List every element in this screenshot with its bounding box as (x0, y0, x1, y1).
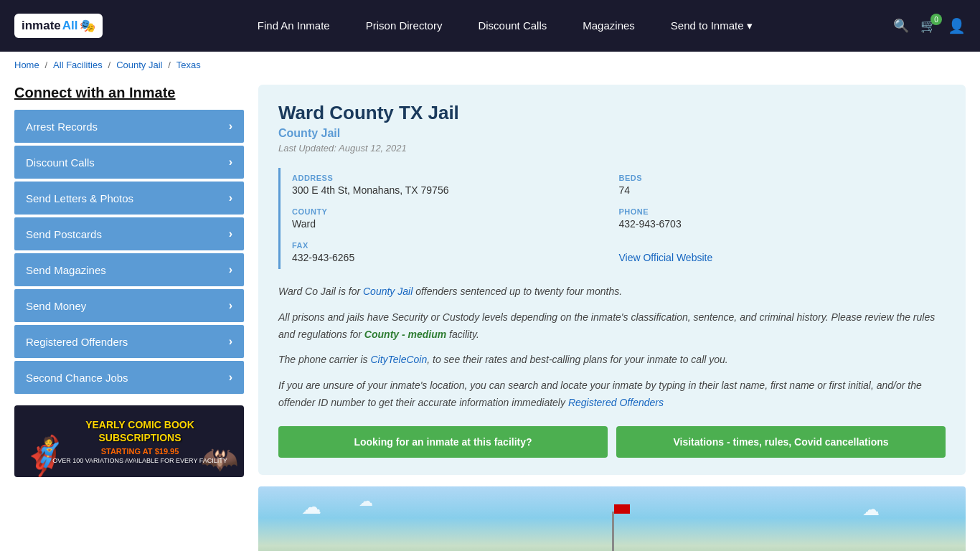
fax-label: FAX (292, 241, 608, 250)
desc-para-2: All prisons and jails have Security or C… (278, 309, 946, 344)
address-value: 300 E 4th St, Monahans, TX 79756 (292, 184, 608, 196)
phone-label: PHONE (619, 207, 935, 216)
desc-para-3: The phone carrier is CityTeleCoin, to se… (278, 352, 946, 369)
nav-links: Find An Inmate Prison Directory Discount… (124, 19, 886, 32)
sidebar-item-send-money[interactable]: Send Money › (14, 289, 244, 322)
cloud-decoration-3: ☁ (862, 499, 880, 519)
facility-details: ADDRESS 300 E 4th St, Monahans, TX 79756… (278, 168, 946, 269)
sidebar-ad[interactable]: YEARLY COMIC BOOK SUBSCRIPTIONS STARTING… (14, 405, 244, 477)
cloud-decoration-2: ☁ (359, 492, 373, 509)
facility-photo: ☁ ☁ ☁ (258, 486, 966, 551)
facility-updated: Last Updated: August 12, 2021 (278, 143, 946, 154)
sidebar-label-registered-offenders: Registered Offenders (26, 336, 128, 348)
breadcrumb: Home / All Facilities / County Jail / Te… (0, 52, 980, 77)
nav-magazines[interactable]: Magazines (583, 19, 635, 32)
arrow-icon-2: › (229, 192, 232, 204)
flag (614, 504, 630, 514)
find-inmate-button[interactable]: Looking for an inmate at this facility? (278, 426, 608, 458)
ad-text: YEARLY COMIC BOOK SUBSCRIPTIONS STARTING… (52, 418, 227, 464)
phone-group: PHONE 432-943-6703 (619, 202, 946, 235)
sidebar-item-send-postcards[interactable]: Send Postcards › (14, 217, 244, 250)
registered-offenders-link[interactable]: Registered Offenders (568, 397, 664, 408)
sidebar-label-send-money: Send Money (26, 300, 86, 312)
arrow-icon-3: › (229, 227, 232, 240)
sidebar-item-registered-offenders[interactable]: Registered Offenders › (14, 325, 244, 358)
action-buttons: Looking for an inmate at this facility? … (278, 426, 946, 458)
desc-para-1: Ward Co Jail is for County Jail offender… (278, 283, 946, 301)
sidebar-label-send-letters: Send Letters & Photos (26, 192, 133, 204)
cart-badge: 0 (930, 14, 942, 25)
arrow-icon-4: › (229, 263, 232, 276)
facility-type: County Jail (278, 127, 946, 140)
website-group: View Official Website (619, 235, 946, 269)
phone-value: 432-943-6703 (619, 218, 935, 230)
sidebar-label-send-magazines: Send Magazines (26, 264, 106, 276)
ad-title: YEARLY COMIC BOOK SUBSCRIPTIONS (52, 418, 227, 444)
sidebar-item-second-chance-jobs[interactable]: Second Chance Jobs › (14, 361, 244, 394)
cloud-decoration-1: ☁ (301, 495, 321, 519)
cart-button[interactable]: 🛒 0 (920, 18, 936, 34)
address-label: ADDRESS (292, 174, 608, 182)
county-medium-link[interactable]: County - medium (364, 329, 446, 340)
logo[interactable]: inmate All 🎭 (14, 14, 103, 38)
sidebar-label-discount-calls: Discount Calls (26, 156, 95, 169)
facility-description: Ward Co Jail is for County Jail offender… (278, 283, 946, 412)
sidebar-label-second-chance-jobs: Second Chance Jobs (26, 372, 128, 384)
nav-discount-calls[interactable]: Discount Calls (478, 19, 547, 32)
sidebar-title: Connect with an Inmate (14, 85, 244, 101)
desc-para-4: If you are unsure of your inmate's locat… (278, 377, 946, 412)
ad-desc: OVER 100 VARIATIONS AVAILABLE FOR EVERY … (52, 457, 227, 464)
sidebar-item-send-letters[interactable]: Send Letters & Photos › (14, 182, 244, 215)
breadcrumb-home[interactable]: Home (14, 60, 39, 70)
visitations-button[interactable]: Visitations - times, rules, Covid cancel… (616, 426, 946, 458)
county-value: Ward (292, 218, 608, 230)
fax-group: FAX 432-943-6265 (292, 235, 619, 269)
breadcrumb-county-jail[interactable]: County Jail (116, 60, 162, 70)
county-jail-link-1[interactable]: County Jail (363, 286, 413, 297)
beds-group: BEDS 74 (619, 168, 946, 202)
logo-text: inmate (22, 19, 61, 33)
county-label: COUNTY (292, 207, 608, 216)
flag-pole (612, 512, 614, 551)
website-link[interactable]: View Official Website (619, 252, 713, 263)
arrow-icon-1: › (229, 156, 232, 169)
beds-label: BEDS (619, 174, 935, 182)
sidebar-menu: Arrest Records › Discount Calls › Send L… (14, 110, 244, 394)
address-group: ADDRESS 300 E 4th St, Monahans, TX 79756 (292, 168, 619, 202)
sidebar-label-send-postcards: Send Postcards (26, 228, 102, 240)
breadcrumb-state[interactable]: Texas (176, 60, 201, 70)
user-button[interactable]: 👤 (948, 17, 966, 34)
sidebar-item-send-magazines[interactable]: Send Magazines › (14, 253, 244, 286)
breadcrumb-all-facilities[interactable]: All Facilities (53, 60, 103, 70)
ad-subtitle: STARTING AT $19.95 (52, 447, 227, 456)
arrow-icon-6: › (229, 335, 232, 348)
sidebar-label-arrest-records: Arrest Records (26, 121, 98, 133)
beds-value: 74 (619, 184, 935, 196)
content-area: Ward County TX Jail County Jail Last Upd… (258, 85, 966, 551)
arrow-icon-5: › (229, 299, 232, 312)
facility-card: Ward County TX Jail County Jail Last Upd… (258, 85, 966, 475)
logo-all-text: All (62, 19, 78, 33)
sidebar-item-arrest-records[interactable]: Arrest Records › (14, 110, 244, 143)
logo-icon: 🎭 (80, 18, 95, 34)
citytelecoin-link[interactable]: CityTeleCoin (370, 354, 427, 365)
nav-send-to-inmate[interactable]: Send to Inmate ▾ (671, 19, 753, 32)
arrow-icon-7: › (229, 371, 232, 384)
arrow-icon-0: › (229, 120, 232, 133)
sidebar-item-discount-calls[interactable]: Discount Calls › (14, 146, 244, 179)
nav-prison-directory[interactable]: Prison Directory (366, 19, 443, 32)
navbar: inmate All 🎭 Find An Inmate Prison Direc… (0, 0, 980, 52)
county-group: COUNTY Ward (292, 202, 619, 235)
search-button[interactable]: 🔍 (893, 18, 909, 34)
nav-right: 🔍 🛒 0 👤 (893, 17, 966, 34)
nav-find-inmate[interactable]: Find An Inmate (258, 19, 330, 32)
sidebar: Connect with an Inmate Arrest Records › … (14, 85, 244, 551)
fax-value: 432-943-6265 (292, 252, 608, 263)
facility-title: Ward County TX Jail (278, 102, 946, 124)
